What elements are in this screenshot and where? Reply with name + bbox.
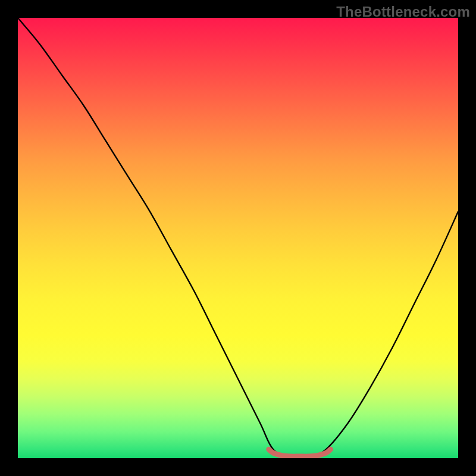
chart-frame: TheBottleneck.com bbox=[0, 0, 476, 476]
watermark-text: TheBottleneck.com bbox=[336, 4, 470, 20]
optimal-range-marker bbox=[18, 18, 458, 458]
plot-area bbox=[18, 18, 458, 458]
